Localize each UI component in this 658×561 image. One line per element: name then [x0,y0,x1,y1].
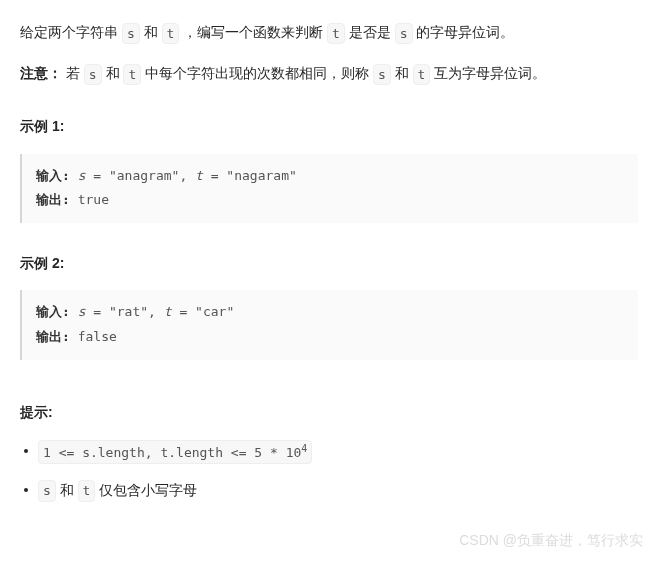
hint-item-1: 1 <= s.length, t.length <= 5 * 104 [20,439,638,464]
note-text: 若 [66,65,84,81]
example-2-block: 输入: s = "rat", t = "car" 输出: false [20,290,638,359]
example-2-heading: 示例 2: [20,251,638,276]
example-1-input: 输入: s = "anagram", t = "nagaram" [36,164,624,189]
note-text: 和 [395,65,413,81]
input-var-t: t [164,304,172,319]
desc-text: 和 [144,24,162,40]
hint-text: 和 [60,482,78,498]
output-label: 输出: [36,192,78,207]
note-text: 互为字母异位词。 [434,65,546,81]
note-label: 注意： [20,65,62,81]
output-value: true [78,192,109,207]
desc-text: 是否是 [349,24,395,40]
hint-item-2: s 和 t 仅包含小写字母 [20,478,638,503]
var-t: t [162,23,180,45]
var-t: t [413,64,431,86]
output-value: false [78,329,117,344]
desc-text: ，编写一个函数来判断 [183,24,327,40]
input-val-s: = "rat", [85,304,163,319]
var-t: t [327,23,345,45]
problem-description: 给定两个字符串 s 和 t ，编写一个函数来判断 t 是否是 s 的字母异位词。 [20,20,638,45]
example-1-block: 输入: s = "anagram", t = "nagaram" 输出: tru… [20,154,638,223]
input-label: 输入: [36,168,78,183]
note-text: 中每个字符出现的次数都相同，则称 [145,65,373,81]
input-val-t: = "nagaram" [203,168,297,183]
example-2-input: 输入: s = "rat", t = "car" [36,300,624,325]
input-val-t: = "car" [172,304,235,319]
desc-text: 的字母异位词。 [416,24,514,40]
csdn-watermark: CSDN @负重奋进，笃行求实 [459,528,643,553]
var-t: t [123,64,141,86]
example-2-output: 输出: false [36,325,624,350]
hints-heading: 提示: [20,400,638,425]
note-text: 和 [106,65,124,81]
desc-text: 给定两个字符串 [20,24,122,40]
input-label: 输入: [36,304,78,319]
problem-note: 注意： 若 s 和 t 中每个字符出现的次数都相同，则称 s 和 t 互为字母异… [20,61,638,86]
var-s: s [373,64,391,86]
output-label: 输出: [36,329,78,344]
var-s: s [38,480,56,502]
var-s: s [395,23,413,45]
example-1-output: 输出: true [36,188,624,213]
input-var-t: t [195,168,203,183]
input-val-s: = "anagram", [85,168,195,183]
var-s: s [122,23,140,45]
hints-list: 1 <= s.length, t.length <= 5 * 104 s 和 t… [20,439,638,503]
example-1-heading: 示例 1: [20,114,638,139]
var-t: t [78,480,96,502]
constraint-code: 1 <= s.length, t.length <= 5 * 104 [38,440,312,464]
hint-text: 仅包含小写字母 [99,482,197,498]
var-s: s [84,64,102,86]
